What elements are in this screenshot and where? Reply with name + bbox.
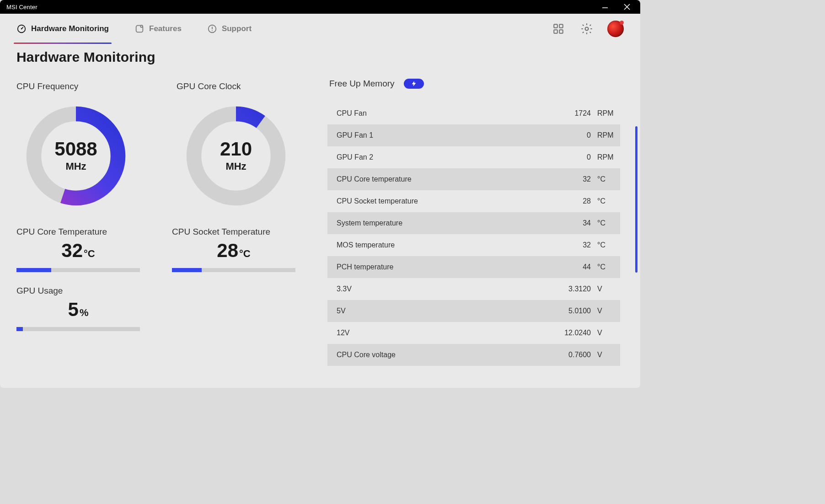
gauge-value: 210 xyxy=(220,139,252,159)
gauge-label: GPU Core Clock xyxy=(177,81,295,91)
window-minimize-button[interactable] xyxy=(598,2,612,11)
sensor-value: 32 xyxy=(554,241,591,249)
sensor-row: MOS temperature32°C xyxy=(327,234,620,256)
sensor-value: 28 xyxy=(554,197,591,205)
tab-features[interactable]: Features xyxy=(134,14,182,44)
svg-point-9 xyxy=(212,30,213,31)
sensor-row: GPU Fan 10RPM xyxy=(327,124,620,146)
sensor-unit: RPM xyxy=(591,153,613,161)
temp-unit: °C xyxy=(239,248,251,260)
temp-value: 28 xyxy=(217,240,238,262)
sensor-value: 44 xyxy=(554,263,591,271)
sensor-value: 1724 xyxy=(554,109,591,118)
gauge-unit: MHz xyxy=(225,161,246,172)
usage-unit: % xyxy=(80,307,89,319)
sensor-unit: V xyxy=(591,329,613,337)
tab-label: Features xyxy=(149,24,182,33)
free-up-memory-button[interactable] xyxy=(404,79,424,89)
tab-label: Support xyxy=(222,24,252,33)
sensor-unit: °C xyxy=(591,263,613,271)
cpu-socket-temp-block: CPU Socket Temperature 28 °C xyxy=(172,227,295,272)
user-avatar[interactable] xyxy=(607,21,624,37)
app-header: Hardware Monitoring Features xyxy=(0,14,640,44)
gauge-cpu-frequency: CPU Frequency xyxy=(16,81,135,209)
gauge-gpu-clock: GPU Core Clock 210 MHz xyxy=(177,81,295,209)
sensor-unit: °C xyxy=(591,241,613,249)
usage-label: GPU Usage xyxy=(16,286,140,296)
sensor-unit: °C xyxy=(591,219,613,227)
settings-button[interactable] xyxy=(579,21,595,37)
svg-rect-10 xyxy=(554,24,557,28)
sensor-unit: V xyxy=(591,351,613,359)
sensor-name: System temperature xyxy=(337,219,554,227)
sensor-name: GPU Fan 1 xyxy=(337,131,554,139)
sensor-name: CPU Core temperature xyxy=(337,175,554,183)
apps-grid-button[interactable] xyxy=(551,21,566,37)
tab-bar: Hardware Monitoring Features xyxy=(16,14,252,44)
sensor-value: 0 xyxy=(554,153,591,161)
usage-bar xyxy=(16,327,140,331)
sensor-name: GPU Fan 2 xyxy=(337,153,554,161)
sensor-unit: RPM xyxy=(591,131,613,139)
sensor-unit: °C xyxy=(591,197,613,205)
support-icon xyxy=(207,24,217,34)
free-up-memory-label: Free Up Memory xyxy=(329,79,395,89)
features-icon xyxy=(134,24,145,34)
main-content: Hardware Monitoring CPU Frequency xyxy=(0,44,640,388)
scrollbar-thumb[interactable] xyxy=(635,126,638,273)
window-titlebar: MSI Center xyxy=(0,0,640,14)
window-close-button[interactable] xyxy=(620,2,634,11)
sensor-value: 32 xyxy=(554,175,591,183)
cpu-core-temp-block: CPU Core Temperature 32 °C xyxy=(16,227,140,272)
app-window: MSI Center Hardware Monitoring xyxy=(0,0,640,388)
window-title: MSI Center xyxy=(4,4,598,11)
temp-label: CPU Core Temperature xyxy=(16,227,140,237)
sensor-value: 3.3120 xyxy=(554,285,591,293)
gpu-usage-block: GPU Usage 5 % xyxy=(16,286,140,331)
sensor-row: PCH temperature44°C xyxy=(327,256,620,278)
sensor-name: CPU Socket temperature xyxy=(337,197,554,205)
sensor-row: 3.3V3.3120V xyxy=(327,278,620,300)
sensor-value: 12.0240 xyxy=(554,329,591,337)
sensor-row: 12V12.0240V xyxy=(327,322,620,344)
tab-hardware-monitoring[interactable]: Hardware Monitoring xyxy=(16,14,109,44)
svg-rect-13 xyxy=(559,30,563,33)
sensor-value: 0 xyxy=(554,131,591,139)
temp-bar xyxy=(16,268,140,272)
tab-support[interactable]: Support xyxy=(207,14,252,44)
sensor-value: 0.7600 xyxy=(554,351,591,359)
sensor-name: 12V xyxy=(337,329,554,337)
monitor-icon xyxy=(16,24,27,34)
sensor-name: 5V xyxy=(337,307,554,315)
gauge-label: CPU Frequency xyxy=(16,81,135,91)
sensor-row: GPU Fan 20RPM xyxy=(327,146,620,168)
sensor-unit: V xyxy=(591,285,613,293)
temp-bar xyxy=(172,268,295,272)
svg-point-4 xyxy=(21,28,22,30)
svg-rect-11 xyxy=(559,24,563,28)
svg-rect-12 xyxy=(554,30,557,33)
gauge-value: 5088 xyxy=(54,139,97,159)
temp-label: CPU Socket Temperature xyxy=(172,227,295,237)
sensor-name: 3.3V xyxy=(337,285,554,293)
usage-value: 5 xyxy=(68,299,79,321)
sensor-unit: V xyxy=(591,307,613,315)
tab-label: Hardware Monitoring xyxy=(31,24,109,33)
sensor-list: CPU Fan1724RPMGPU Fan 10RPMGPU Fan 20RPM… xyxy=(327,102,620,366)
sensor-name: CPU Fan xyxy=(337,109,554,118)
sensor-value: 34 xyxy=(554,219,591,227)
sensor-row: System temperature34°C xyxy=(327,212,620,234)
sensor-value: 5.0100 xyxy=(554,307,591,315)
temp-unit: °C xyxy=(84,248,95,260)
sensor-name: MOS temperature xyxy=(337,241,554,249)
sensor-name: PCH temperature xyxy=(337,263,554,271)
svg-point-14 xyxy=(585,27,589,31)
gauge-unit: MHz xyxy=(65,161,86,172)
sensor-name: CPU Core voltage xyxy=(337,351,554,359)
sensor-unit: RPM xyxy=(591,109,613,118)
temp-value: 32 xyxy=(61,240,83,262)
page-title: Hardware Monitoring xyxy=(16,49,309,65)
svg-point-6 xyxy=(140,25,143,27)
sensor-row: 5V5.0100V xyxy=(327,300,620,322)
sensor-row: CPU Core voltage0.7600V xyxy=(327,344,620,366)
